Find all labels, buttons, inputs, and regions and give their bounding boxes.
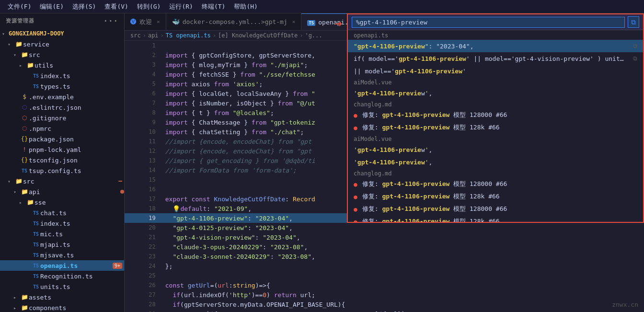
menu-select[interactable]: 选择(S) [69, 1, 100, 12]
npm-icon: ⬡ [20, 125, 29, 132]
tab-docker[interactable]: 🐳 docker-compose.yml...>gpt-mj × [166, 13, 302, 30]
search-input-row: ⧉ [348, 14, 643, 30]
openapi-ts-label: openapi.ts [40, 262, 113, 269]
sidebar-item-package-json[interactable]: {} package.json [0, 134, 124, 144]
sidebar-item-openapi-ts[interactable]: TS openapi.ts 9+ [0, 260, 124, 271]
sidebar-item-eslint[interactable]: ⬡ .eslintrc.json [0, 102, 124, 113]
components-label: components [29, 304, 124, 312]
menu-edit[interactable]: 编辑(E) [36, 1, 67, 12]
search-result-item[interactable]: 'gpt-4-1106-preview', [348, 143, 643, 156]
line-27: 27 if(url.indexOf('http')==0) return url… [125, 290, 644, 300]
api-arrow: ▾ [13, 189, 20, 195]
result-text-10: 修复: gpt-4-1106-preview 模型 128k #66 [362, 192, 637, 201]
sidebar-item-service-src[interactable]: ▾ 📁 src [0, 49, 124, 60]
index-ts-label: index.ts [40, 72, 124, 80]
root-arrow-icon: ▾ [2, 31, 9, 36]
sidebar-item-assets[interactable]: ▸ 📁 assets [0, 292, 124, 302]
sidebar-item-recognition-ts[interactable]: TS Recognition.ts [0, 271, 124, 281]
sidebar-item-sse[interactable]: ▸ 📁 sse [0, 197, 124, 208]
search-open-button[interactable]: ⧉ [628, 16, 639, 28]
result-open-icon-2[interactable]: ⧉ [633, 55, 637, 62]
sidebar-item-tsconfig[interactable]: {} tsconfig.json [0, 155, 124, 165]
search-result-item[interactable]: if( model=='gpt-4-1106-preview' || model… [348, 52, 643, 65]
bc-api[interactable]: api [148, 32, 159, 39]
result-text-11: 修复: gpt-4-1106-preview 模型 128000 #66 [362, 205, 637, 213]
root-label: GONGXIANGMJ-DOOY [9, 30, 124, 37]
search-result-item[interactable]: ● 修复: gpt-4-1106-preview 模型 128k #66 [348, 215, 643, 222]
sidebar-item-gitignore[interactable]: ⬡ .gitignore [0, 113, 124, 123]
components-arrow: ▸ [13, 305, 20, 311]
sidebar-item-index-ts[interactable]: TS index.ts [0, 70, 124, 81]
sidebar-item-utils[interactable]: ▸ 📁 utils [0, 60, 124, 70]
sidebar-item-mjapi-ts[interactable]: TS mjapi.ts [0, 239, 124, 250]
gitignore-label: .gitignore [29, 115, 124, 122]
result-open-icon-1[interactable]: ⧉ [633, 43, 637, 49]
sidebar-item-npmrc[interactable]: ⬡ .npmrc [0, 123, 124, 134]
sidebar-item-chat-ts[interactable]: TS chat.ts [0, 208, 124, 218]
docker-tab-close[interactable]: × [292, 19, 296, 25]
menu-run[interactable]: 运行(R) [165, 1, 196, 12]
line-20: 20 "gpt-4-0125-preview": "2023-04", [125, 223, 644, 232]
welcome-tab-icon: 🅥 [130, 18, 137, 25]
menu-bar: 文件(F) 编辑(E) 选择(S) 查看(V) 转到(G) 运行(R) 终端(T… [0, 0, 644, 13]
assets-arrow: ▸ [13, 295, 20, 300]
recognition-ts-icon: TS [32, 273, 40, 279]
bc-knowledge[interactable]: [e] KnowledgeCutOffDate [218, 32, 298, 39]
menu-terminal[interactable]: 终端(T) [198, 1, 229, 12]
bc-src[interactable]: src [130, 32, 141, 39]
mjsave-ts-icon: TS [32, 252, 40, 258]
npmrc-label: .npmrc [29, 125, 124, 132]
tree-root[interactable]: ▾ GONGXIANGMJ-DOOY [0, 28, 124, 39]
search-result-item[interactable]: 'gpt-4-1106-preview', [348, 156, 643, 168]
bc-openapi[interactable]: TS openapi.ts [166, 32, 211, 39]
search-input[interactable] [352, 17, 625, 28]
menu-view[interactable]: 查看(V) [101, 1, 132, 12]
sidebar-item-mic-ts[interactable]: TS mic.ts [0, 229, 124, 239]
result-section-openapi: openapi.ts [348, 30, 643, 40]
mic-ts-label: mic.ts [40, 231, 124, 238]
menu-goto[interactable]: 转到(G) [133, 1, 164, 12]
sidebar-item-src-root[interactable]: ▾ 📁 src [0, 176, 124, 186]
sidebar-item-pnpm[interactable]: ! pnpm-lock.yaml [0, 144, 124, 155]
search-result-item[interactable]: "gpt-4-1106-preview": "2023-04", ⧉ [348, 40, 643, 52]
pnpm-label: pnpm-lock.yaml [29, 146, 124, 153]
chat-ts-label: chat.ts [40, 209, 124, 217]
types-ts-icon: TS [32, 83, 40, 90]
welcome-tab-close[interactable]: × [157, 19, 160, 25]
sidebar-item-service[interactable]: ▾ 📁 service [0, 39, 124, 49]
chat-ts-icon: TS [32, 209, 40, 216]
result-text-12: 修复: gpt-4-1106-preview 模型 128k #66 [362, 217, 637, 222]
sidebar-item-tsup[interactable]: TS tsup.config.ts [0, 165, 124, 176]
result-section-changlog2: changlog.md [348, 168, 643, 178]
search-result-item[interactable]: ● 修复: gpt-4-1106-preview 模型 128000 #66 [348, 109, 643, 121]
menu-help[interactable]: 帮助(H) [230, 1, 261, 12]
sidebar-item-index-ts2[interactable]: TS index.ts [0, 218, 124, 229]
sidebar-header: 资源管理器 ··· [0, 13, 124, 28]
sidebar-item-components[interactable]: ▸ 📁 components [0, 302, 124, 312]
search-result-item[interactable]: ● 修复: gpt-4-1106-preview 模型 128k #66 [348, 121, 643, 134]
assets-folder-icon: 📁 [20, 294, 29, 300]
search-result-item[interactable]: ● 修复: gpt-4-1106-preview 模型 128000 #66 [348, 178, 643, 190]
sidebar-item-types-ts[interactable]: TS types.ts [0, 81, 124, 92]
sidebar-item-api[interactable]: ▾ 📁 api [0, 186, 124, 197]
sidebar-item-mjsave-ts[interactable]: TS mjsave.ts [0, 250, 124, 260]
sidebar-more-icon[interactable]: ··· [103, 16, 118, 25]
result-text-8: 'gpt-4-1106-preview', [354, 159, 637, 166]
tab-welcome[interactable]: 🅥 欢迎 × [125, 13, 166, 30]
menu-file[interactable]: 文件(F) [4, 1, 35, 12]
idx2-ts-icon: TS [32, 220, 40, 227]
sidebar-item-env[interactable]: $ .env.example [0, 92, 124, 102]
file-tree: ▾ GONGXIANGMJ-DOOY ▾ 📁 service ▾ 📁 src [0, 28, 124, 312]
sidebar-item-units-ts[interactable]: TS units.ts [0, 281, 124, 292]
search-result-item[interactable]: 'gpt-4-1106-preview', [348, 87, 643, 99]
bc-g[interactable]: 'g... [305, 32, 322, 39]
result-text-6: 修复: gpt-4-1106-preview 模型 128k #66 [362, 123, 637, 132]
mic-ts-icon: TS [32, 231, 40, 237]
search-result-item[interactable]: ● 修复: gpt-4-1106-preview 模型 128000 #66 [348, 203, 643, 215]
units-ts-icon: TS [32, 283, 40, 290]
search-result-item[interactable]: ● 修复: gpt-4-1106-preview 模型 128k #66 [348, 190, 643, 203]
result-section-aimodel1: aiModel.vue [348, 77, 643, 87]
result-text-7: 'gpt-4-1106-preview', [354, 146, 637, 153]
assets-label: assets [29, 294, 124, 301]
search-result-item[interactable]: || model=='gpt-4-1106-preview' [348, 65, 643, 77]
